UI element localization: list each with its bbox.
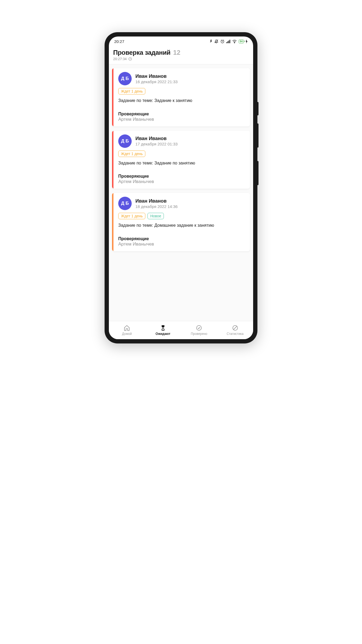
submit-date: 16 декабря 2022 21:33 [135, 79, 246, 84]
alarm-icon [220, 39, 224, 43]
bottom-nav: Домой Ожидают Проверено Статистика [109, 321, 253, 339]
page-header: Проверка заданий 12 20:27:34 [109, 46, 253, 64]
mute-icon [214, 39, 219, 43]
reviewers-label: Проверяющие [118, 236, 246, 241]
svg-rect-3 [227, 41, 228, 43]
reviewers-name: Артем Иванычев [118, 117, 246, 122]
nav-stats-label: Статистика [227, 332, 243, 336]
reviewers-name: Артем Иванычев [118, 179, 246, 184]
home-icon [124, 325, 130, 331]
badges: Ждет 1 день [118, 151, 246, 157]
avatar: Д Б [118, 72, 132, 85]
new-badge: Новое [147, 213, 164, 219]
nav-pending[interactable]: Ожидают [145, 321, 181, 339]
clock-icon [128, 57, 132, 61]
phone-frame: 20:27 94 Проверка заданий 12 20:27:34 Д … [105, 32, 257, 343]
side-button [257, 161, 258, 185]
hourglass-icon [160, 325, 166, 331]
submit-date: 18 декабря 2022 14:36 [135, 204, 246, 209]
svg-rect-5 [230, 40, 230, 43]
reviewers-label: Проверяющие [118, 174, 246, 179]
wait-badge: Ждет 1 день [118, 213, 145, 219]
badges: Ждет 1 день [118, 88, 246, 94]
svg-point-8 [197, 325, 201, 330]
nav-checked[interactable]: Проверено [181, 321, 217, 339]
battery-icon: 94 [239, 39, 244, 43]
badges: Ждет 1 деньНовое [118, 213, 246, 219]
page-title: Проверка заданий [113, 49, 171, 56]
card-head-text: Иван Иванов16 декабря 2022 21:33 [135, 74, 246, 84]
student-name: Иван Иванов [135, 198, 246, 204]
svg-rect-2 [226, 42, 227, 43]
task-topic: Задание по теме: Домашнее задание к заня… [118, 222, 246, 228]
nav-stats[interactable]: Статистика [217, 321, 253, 339]
status-time: 20:27 [114, 39, 124, 44]
student-name: Иван Иванов [135, 74, 246, 79]
card-head: Д БИван Иванов16 декабря 2022 21:33 [118, 72, 246, 85]
card-body: Д БИван Иванов16 декабря 2022 21:33Ждет … [113, 68, 250, 126]
status-bar: 20:27 94 [109, 36, 253, 46]
card-head: Д БИван Иванов17 декабря 2022 01:33 [118, 134, 246, 148]
battery-level: 94 [240, 40, 243, 43]
wait-badge: Ждет 1 день [118, 88, 145, 94]
nav-pending-label: Ожидают [156, 332, 170, 336]
card-body: Д БИван Иванов17 декабря 2022 01:33Ждет … [113, 131, 250, 189]
wait-badge: Ждет 1 день [118, 151, 145, 157]
nav-home-label: Домой [122, 332, 132, 336]
stats-icon [232, 325, 238, 331]
card-head: Д БИван Иванов18 декабря 2022 14:36 [118, 197, 246, 210]
wifi-icon [232, 40, 237, 43]
status-icons: 94 [209, 39, 248, 43]
submit-date: 17 декабря 2022 01:33 [135, 142, 246, 146]
card-head-text: Иван Иванов17 декабря 2022 01:33 [135, 136, 246, 146]
nav-checked-label: Проверено [191, 332, 207, 336]
card-body: Д БИван Иванов18 декабря 2022 14:36Ждет … [113, 193, 250, 251]
card-head-text: Иван Иванов18 декабря 2022 14:36 [135, 198, 246, 209]
svg-line-10 [233, 326, 237, 330]
svg-point-6 [234, 43, 235, 43]
task-list[interactable]: Д БИван Иванов16 декабря 2022 21:33Ждет … [109, 64, 253, 321]
page-count: 12 [173, 49, 180, 56]
task-card[interactable]: Д БИван Иванов17 декабря 2022 01:33Ждет … [112, 131, 250, 189]
svg-rect-4 [228, 41, 229, 43]
task-topic: Задание по теме: Задание к занятию [118, 98, 246, 104]
header-timestamp: 20:27:34 [113, 57, 249, 61]
signal-icon [226, 40, 230, 43]
task-card[interactable]: Д БИван Иванов16 декабря 2022 21:33Ждет … [112, 68, 250, 126]
header-title-row: Проверка заданий 12 [113, 49, 249, 56]
side-button [257, 123, 258, 148]
side-button [257, 102, 258, 115]
reviewers-label: Проверяющие [118, 112, 246, 116]
student-name: Иван Иванов [135, 136, 246, 141]
task-topic: Задание по теме: Задание по занятию [118, 160, 246, 166]
reviewers-name: Артем Иванычев [118, 241, 246, 247]
phone-screen: 20:27 94 Проверка заданий 12 20:27:34 Д … [109, 36, 253, 339]
check-circle-icon [196, 325, 202, 331]
header-time-text: 20:27:34 [113, 57, 127, 61]
avatar: Д Б [118, 134, 132, 148]
task-card[interactable]: Д БИван Иванов18 декабря 2022 14:36Ждет … [112, 193, 250, 251]
bluetooth-icon [209, 39, 212, 43]
charging-icon [246, 39, 248, 43]
avatar: Д Б [118, 197, 132, 210]
nav-home[interactable]: Домой [109, 321, 145, 339]
